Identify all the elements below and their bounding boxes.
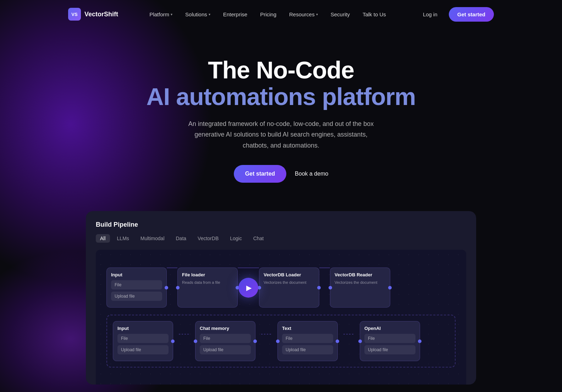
connector-left-icon [194,339,197,343]
connector-left-icon [176,286,180,289]
logo-link[interactable]: VS VectorShift [68,8,118,21]
nav-item-talk-to-us[interactable]: Talk to Us [358,9,391,20]
tab-chat[interactable]: Chat [249,234,268,243]
connector-right-icon [171,339,175,343]
tab-data[interactable]: Data [172,234,191,243]
dashed-connector-line [343,334,354,335]
pipeline-card: Build Pipeline All LLMs Multimodal Data … [86,211,476,385]
hero-buttons: Get started Book a demo [7,165,555,183]
node-field-file-5: File [364,334,415,343]
node-input-1: Input File Upload file [106,267,167,308]
tab-logic[interactable]: Logic [226,234,246,243]
tab-multimodal[interactable]: Multimodal [136,234,169,243]
hero-title-line2: AI automations platform [7,83,555,110]
node-input-2: Input File Upload file [113,321,173,361]
pipeline-title: Build Pipeline [96,221,466,228]
connector-right-icon [388,286,392,289]
node-chat-memory: Chat memory File Upload file [195,321,255,361]
connector-right-icon [336,339,339,343]
chevron-down-icon: ▾ [209,12,210,16]
nav-item-enterprise[interactable]: Enterprise [218,9,252,20]
connector-right-icon [253,339,257,343]
connector-line [167,267,177,268]
nav-links: Platform ▾ Solutions ▾ Enterprise Pricin… [144,9,391,20]
connector-right-icon [165,286,168,289]
nav-item-platform[interactable]: Platform ▾ [144,9,177,20]
hero-title: The No-Code AI automations platform [7,57,555,110]
node-vectordb-loader: VectorDB Loader Vectorizes the document [259,267,319,308]
connector-line [248,267,259,268]
connector-right-icon [317,286,321,289]
node-field-file-1: File [111,280,162,289]
node-text: Text File Upload file [277,321,338,361]
nav-actions: Log in Get started [417,7,494,22]
get-started-nav-button[interactable]: Get started [449,7,494,22]
connector-line [319,267,330,268]
play-icon: ▶ [246,283,252,292]
node-field-file-3: File [200,334,251,343]
nav-item-pricing[interactable]: Pricing [255,9,281,20]
pipeline-canvas: Input File Upload file File loader Reads… [96,250,466,385]
node-file-loader: File loader Reads data from a file [177,267,238,308]
connector-left-icon [358,339,362,343]
node-openai: OpenAI File Upload file [360,321,420,361]
node-row-2-group: Input File Upload file Chat memory File … [106,315,456,368]
node-field-file-2: File [117,334,169,343]
node-field-file-4: File [282,334,333,343]
chevron-down-icon: ▾ [171,12,172,16]
hero-subtitle: An integrated framework of no-code, low-… [182,118,380,151]
pipeline-section: Build Pipeline All LLMs Multimodal Data … [0,211,562,385]
connector-left-icon [329,286,332,289]
tab-all[interactable]: All [96,234,110,243]
navbar: VS VectorShift Platform ▾ Solutions ▾ En… [0,0,562,28]
hero-title-line1: The No-Code [7,57,555,83]
pipeline-tabs: All LLMs Multimodal Data VectorDB Logic … [96,234,466,243]
chevron-down-icon: ▾ [316,12,318,16]
hero-section: The No-Code AI automations platform An i… [0,28,562,204]
logo-icon: VS [68,8,81,21]
dashed-connector-line [261,334,272,335]
login-button[interactable]: Log in [417,9,443,20]
nav-item-security[interactable]: Security [326,9,355,20]
node-field-upload-5: Upload file [364,345,415,354]
canvas-content: Input File Upload file File loader Reads… [106,267,456,368]
tab-vectordb[interactable]: VectorDB [193,234,223,243]
hero-book-demo-link[interactable]: Book a demo [295,171,328,177]
logo-text: VectorShift [84,11,118,18]
node-field-upload-4: Upload file [282,345,333,354]
play-button[interactable]: ▶ [238,278,258,298]
connector-line [238,267,248,268]
connector-right-icon [418,339,422,343]
dashed-connector-line [179,334,189,335]
connector-left-icon [276,339,280,343]
node-vectordb-reader: VectorDB Reader Vectorizes the document [330,267,390,308]
nav-item-resources[interactable]: Resources ▾ [284,9,323,20]
node-field-upload-2: Upload file [117,345,169,354]
node-field-upload-3: Upload file [200,345,251,354]
nav-item-solutions[interactable]: Solutions ▾ [180,9,215,20]
hero-get-started-button[interactable]: Get started [234,165,286,183]
tab-llms[interactable]: LLMs [113,234,133,243]
node-row-1: Input File Upload file File loader Reads… [106,267,456,308]
node-field-upload-1: Upload file [111,292,162,301]
